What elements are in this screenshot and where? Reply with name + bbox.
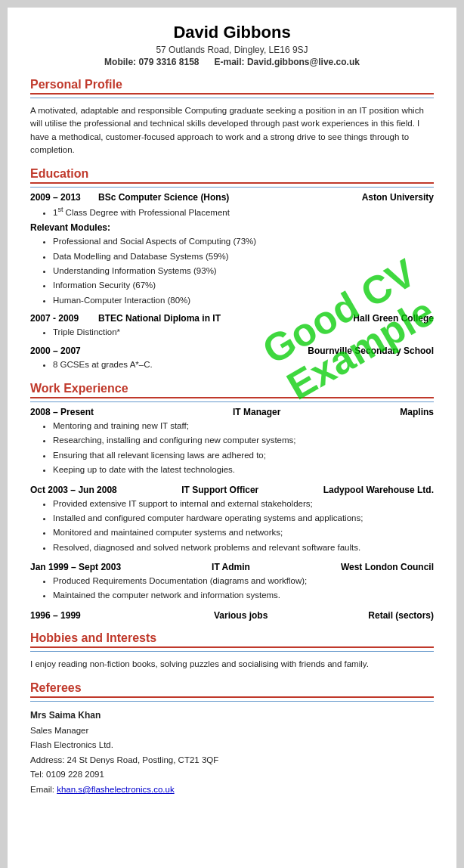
edu-school-2: Hall Green College [353,313,434,324]
edu-degree-1: BSc Computer Science (Hons) [98,192,362,203]
work-experience-section: Work Experience 2008 – Present IT Manage… [30,382,434,621]
work-year-2: Oct 2003 – Jun 2008 [30,485,117,495]
edu-degree-2: BTEC National Diploma in IT [98,313,353,324]
work-divider [30,397,434,398]
module-item: Data Modelling and Database Systems (59%… [53,250,434,263]
work-title-3: IT Admin [121,562,341,572]
work-year-4: 1996 – 1999 [30,610,113,621]
candidate-name: David Gibbons [30,23,434,42]
referee-entry-1: Mrs Saima Khan Sales Manager Flash Elect… [30,708,434,797]
referees-section: Referees Mrs Saima Khan Sales Manager Fl… [30,681,434,797]
profile-divider-blue [30,98,434,98]
work-entry-2: Oct 2003 – Jun 2008 IT Support Officer L… [30,485,434,555]
work-bullet-item: Provided extensive IT support to interna… [53,497,434,510]
work-bullet-item: Resolved, diagnosed and solved network p… [53,541,434,554]
edu-year-2: 2007 - 2009 [30,313,98,324]
referee-address: 24 St Denys Road, Postling, CT21 3QF [67,755,219,764]
edu-degree-3 [98,346,308,356]
edu-modules-list: Professional and Social Aspects of Compu… [53,234,434,307]
work-divider-blue [30,401,434,402]
module-item: Understanding Information Systems (93%) [53,264,434,277]
edu-year-1: 2009 – 2013 [30,192,98,203]
work-bullet-item: Ensuring that all relevant licensing law… [53,448,434,462]
education-divider [30,182,434,184]
mobile-number: 079 3316 8158 [138,57,199,67]
work-entry-1: 2008 – Present IT Manager Maplins Mentor… [30,407,434,477]
referee-email-link[interactable]: khan.s@flashelectronics.co.uk [57,785,175,794]
hobbies-divider-blue [30,651,434,652]
work-bullets-1: Mentoring and training new IT staff; Res… [53,419,434,477]
relevant-modules-label: Relevant Modules: [30,222,434,233]
candidate-address: 57 Outlands Road, Dingley, LE16 9SJ [30,45,434,55]
education-title: Education [30,167,434,181]
work-title-2: IT Support Officer [117,485,323,495]
work-bullets-3: Produced Requirements Documentation (dia… [53,574,434,603]
education-entry-1: 2009 – 2013 BSc Computer Science (Hons) … [30,192,434,307]
profile-text: A motivated, adaptable and responsible C… [30,104,434,157]
referees-title: Referees [30,681,434,695]
education-entry-3: 2000 – 2007 Bournville Secondary School … [30,346,434,371]
work-bullet-item: Produced Requirements Documentation (dia… [53,574,434,587]
edu-school-1: Aston University [362,192,434,203]
work-company-2: Ladypool Warehouse Ltd. [323,485,434,495]
work-experience-title: Work Experience [30,382,434,395]
work-company-3: West London Council [341,562,434,572]
hobbies-text: I enjoy reading non-fiction books, solvi… [30,658,434,671]
module-item: Human-Computer Interaction (80%) [53,293,434,307]
work-company-1: Maplins [400,407,434,417]
work-bullet-item: Mentoring and training new IT staff; [53,419,434,432]
work-bullet-item: Researching, installing and configuring … [53,433,434,447]
work-bullet-item: Monitored and maintained computer system… [53,525,434,539]
work-bullet-item: Keeping up to date with the latest techn… [53,463,434,476]
work-bullets-2: Provided extensive IT support to interna… [53,497,434,555]
cv-page: Good CV Example David Gibbons 57 Outland… [8,8,456,868]
module-item: Professional and Social Aspects of Compu… [53,234,434,248]
work-bullet-item: Maintained the computer network and info… [53,588,434,602]
referee-address-label: Address: [30,755,64,764]
referee-name: Mrs Saima Khan [30,710,101,721]
email-address: David.gibbons@live.co.uk [247,57,360,67]
edu-school-3: Bournville Secondary School [308,346,434,356]
personal-profile-section: Personal Profile A motivated, adaptable … [30,78,434,157]
edu-bullets-3: 8 GCSEs at grades A*–C. [53,358,434,371]
edu-bullet-item: 1st Class Degree with Professional Place… [53,204,434,219]
work-year-1: 2008 – Present [30,407,113,417]
hobbies-title: Hobbies and Interests [30,631,434,645]
edu-bullet-item: 8 GCSEs at grades A*–C. [53,358,434,371]
candidate-contact: Mobile: 079 3316 8158 E-mail: David.gibb… [30,57,434,67]
cv-header: David Gibbons 57 Outlands Road, Dingley,… [30,23,434,67]
hobbies-section: Hobbies and Interests I enjoy reading no… [30,631,434,671]
referee-role: Sales Manager [30,726,88,735]
referees-divider [30,696,434,698]
referees-divider-blue [30,701,434,702]
referee-tel: 0109 228 2091 [46,770,104,779]
work-entry-3: Jan 1999 – Sept 2003 IT Admin West Londo… [30,562,434,603]
hobbies-divider [30,646,434,648]
profile-divider [30,93,434,95]
work-title-1: IT Manager [113,407,400,417]
work-bullet-item: Installed and configured computer hardwa… [53,511,434,525]
work-company-4: Retail (sectors) [368,610,434,621]
referee-tel-label: Tel: [30,770,44,779]
work-year-3: Jan 1999 – Sept 2003 [30,562,121,572]
personal-profile-title: Personal Profile [30,78,434,91]
email-label: E-mail: [215,57,245,67]
education-section: Education 2009 – 2013 BSc Computer Scien… [30,167,434,371]
referee-company: Flash Electronics Ltd. [30,740,113,749]
education-divider-blue [30,187,434,188]
edu-year-3: 2000 – 2007 [30,346,98,356]
referee-email-label: Email: [30,785,54,794]
edu-bullets-1: 1st Class Degree with Professional Place… [53,204,434,219]
edu-bullets-2: Triple Distinction* [53,325,434,339]
module-item: Information Security (67%) [53,278,434,292]
edu-bullet-item: Triple Distinction* [53,325,434,339]
mobile-label: Mobile: [104,57,136,67]
work-title-4: Various jobs [113,610,368,621]
education-entry-2: 2007 - 2009 BTEC National Diploma in IT … [30,313,434,339]
work-entry-4: 1996 – 1999 Various jobs Retail (sectors… [30,610,434,621]
